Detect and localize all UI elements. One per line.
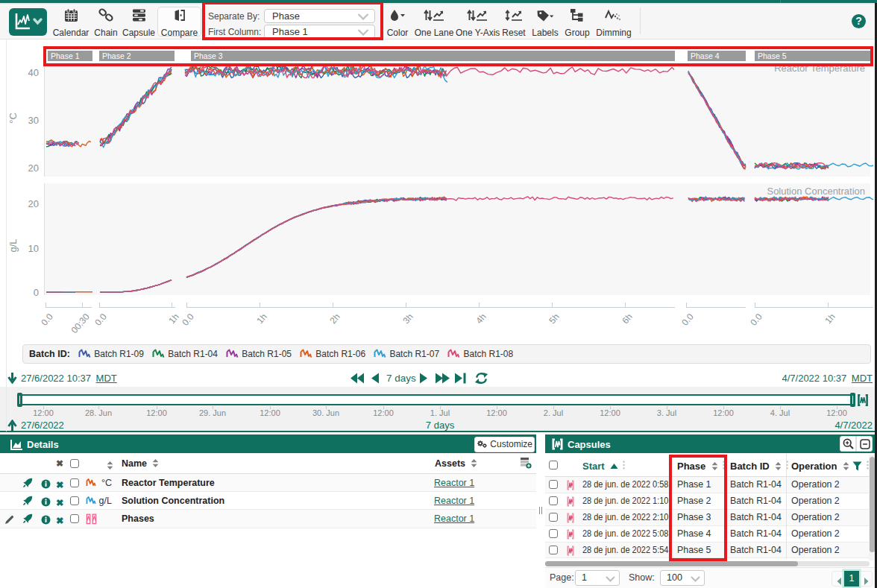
- svg-text:7 days: 7 days: [386, 373, 416, 384]
